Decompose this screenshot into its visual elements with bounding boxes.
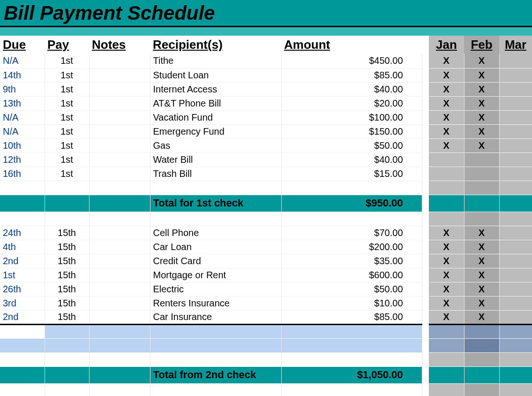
cell-pay[interactable]: 15th [45,282,89,296]
cell-pay[interactable]: 1st [45,124,89,138]
cell-due[interactable]: 9th [0,82,45,96]
cell-notes[interactable] [89,254,150,268]
cell-jan[interactable]: X [429,82,464,96]
cell-recipient[interactable]: AT&T Phone Bill [150,96,281,110]
spacer-cell[interactable] [429,383,464,396]
spacer-cell[interactable] [89,383,150,396]
cell-mar[interactable] [499,68,532,82]
cell-pay[interactable]: 1st [45,96,89,110]
spacer-cell[interactable] [45,212,89,226]
cell-due[interactable]: 16th [0,167,45,181]
cell-jan[interactable]: X [429,310,464,324]
subtotal-label[interactable]: Total from 2nd check [150,366,281,383]
spacer-cell[interactable] [45,181,89,195]
cell-mar[interactable] [499,282,532,296]
cell-due[interactable]: N/A [0,54,45,68]
spacer-cell[interactable] [281,352,422,366]
cell-feb[interactable]: X [464,54,499,68]
cell-recipient[interactable]: Cell Phone [150,226,281,240]
cell-jan[interactable]: X [429,268,464,282]
cell-mar[interactable] [499,268,532,282]
cell-amount[interactable]: $150.00 [281,124,422,138]
cell-jan[interactable]: X [429,124,464,138]
col-mar[interactable]: Mar [499,36,532,54]
cell-feb[interactable]: X [464,68,499,82]
spacer-cell[interactable] [89,181,150,195]
selection-cell[interactable] [150,338,281,352]
cell-due[interactable]: 24th [0,226,45,240]
cell-jan[interactable] [429,167,464,181]
cell-pay[interactable]: 15th [45,226,89,240]
cell-feb[interactable]: X [464,82,499,96]
cell-amount[interactable]: $200.00 [281,240,422,254]
selection-cell[interactable] [150,324,281,338]
cell-mar[interactable] [499,310,532,324]
cell-jan[interactable]: X [429,110,464,124]
cell-due[interactable]: 4th [0,240,45,254]
subtotal-label[interactable]: Total for 1st check [150,195,281,212]
cell-recipient[interactable]: Tithe [150,54,281,68]
cell-feb[interactable]: X [464,240,499,254]
spacer-cell[interactable] [429,181,464,195]
col-jan[interactable]: Jan [429,36,464,54]
subtotal-amount[interactable]: $1,050.00 [281,366,422,383]
cell-amount[interactable]: $20.00 [281,96,422,110]
cell-pay[interactable]: 1st [45,110,89,124]
cell-amount[interactable]: $40.00 [281,152,422,167]
cell-due[interactable]: 12th [0,152,45,167]
subtotal-amount[interactable]: $950.00 [281,195,422,212]
cell-mar[interactable] [499,82,532,96]
spacer-cell[interactable] [281,212,422,226]
col-amount[interactable]: Amount [281,36,422,54]
cell-jan[interactable]: X [429,54,464,68]
cell-pay[interactable]: 1st [45,138,89,152]
selection-cell[interactable] [45,324,89,338]
spacer-cell[interactable] [0,383,45,396]
cell-notes[interactable] [89,226,150,240]
selection-cell[interactable] [499,324,532,338]
cell-feb[interactable]: X [464,226,499,240]
spacer-cell[interactable] [0,352,45,366]
cell-amount[interactable]: $85.00 [281,310,422,324]
cell-jan[interactable] [429,152,464,167]
cell-amount[interactable]: $35.00 [281,254,422,268]
spacer-cell[interactable] [89,212,150,226]
cell-jan[interactable]: X [429,138,464,152]
cell-amount[interactable]: $70.00 [281,226,422,240]
spacer-cell[interactable] [0,212,45,226]
selection-cell[interactable] [89,324,150,338]
cell-amount[interactable]: $10.00 [281,296,422,310]
selection-cell[interactable] [464,324,499,338]
spacer-cell[interactable] [150,181,281,195]
cell-recipient[interactable]: Emergency Fund [150,124,281,138]
selection-cell[interactable] [281,324,422,338]
spacer-cell[interactable] [464,383,499,396]
spacer-cell[interactable] [89,352,150,366]
cell-notes[interactable] [89,152,150,167]
cell-amount[interactable]: $450.00 [281,54,422,68]
cell-feb[interactable]: X [464,254,499,268]
cell-feb[interactable]: X [464,310,499,324]
cell-mar[interactable] [499,296,532,310]
cell-pay[interactable]: 1st [45,152,89,167]
cell-notes[interactable] [89,54,150,68]
cell-mar[interactable] [499,226,532,240]
col-feb[interactable]: Feb [464,36,499,54]
cell-mar[interactable] [499,254,532,268]
cell-notes[interactable] [89,167,150,181]
cell-notes[interactable] [89,268,150,282]
spacer-cell[interactable] [499,352,532,366]
cell-feb[interactable]: X [464,124,499,138]
cell-amount[interactable]: $85.00 [281,68,422,82]
spacer-cell[interactable] [45,383,89,396]
cell-notes[interactable] [89,124,150,138]
cell-due[interactable]: 10th [0,138,45,152]
cell-due[interactable]: N/A [0,110,45,124]
cell-pay[interactable]: 15th [45,240,89,254]
cell-notes[interactable] [89,296,150,310]
cell-feb[interactable] [464,152,499,167]
cell-notes[interactable] [89,96,150,110]
cell-feb[interactable]: X [464,268,499,282]
cell-recipient[interactable]: Renters Insurance [150,296,281,310]
cell-jan[interactable]: X [429,240,464,254]
